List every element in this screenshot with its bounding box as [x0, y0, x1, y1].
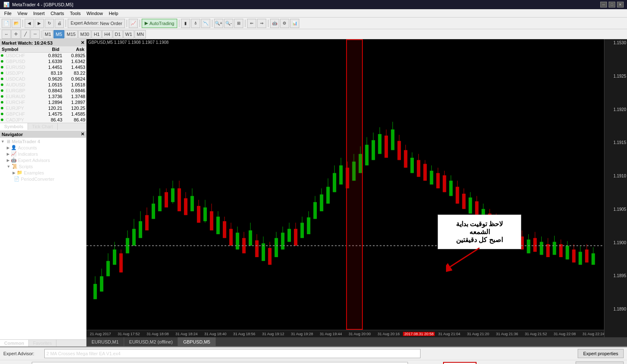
nav-item-indicators[interactable]: ▶ 📈 Indicators	[1, 151, 85, 157]
mw-close-icon[interactable]: ✕	[81, 40, 84, 46]
menu-insert[interactable]: Insert	[31, 10, 47, 16]
cursor-btn[interactable]: ↔	[2, 30, 11, 39]
time-6: 31 Aug 18:56	[230, 332, 259, 336]
menu-charts[interactable]: Charts	[48, 10, 66, 16]
time-4: 31 Aug 18:24	[172, 332, 201, 336]
symbol-properties-button[interactable]: Symbol properties	[576, 361, 624, 364]
symbol-row[interactable]: EURGBP 0.8843 0.8846	[0, 88, 86, 94]
autotrading-button[interactable]: ▶ AutoTrading	[142, 19, 177, 28]
tab-symbols[interactable]: Symbols	[0, 123, 28, 130]
open-btn[interactable]: 📂	[12, 19, 21, 28]
time-2: 31 Aug 17:52	[115, 332, 143, 336]
symbol-row[interactable]: EURJPY 120.21 120.25	[0, 105, 86, 111]
svg-rect-20	[152, 204, 155, 219]
chart-line-btn[interactable]: 📉	[201, 19, 210, 28]
symbol-dropdown[interactable]: GBPUSD, Great Britain Pound vs US Dollar	[32, 362, 408, 364]
svg-rect-26	[171, 188, 174, 202]
scroll-right-btn[interactable]: ⇒	[257, 19, 266, 28]
minimize-button[interactable]: ─	[600, 2, 607, 8]
period-dropdown[interactable]: M5 ⊕	[443, 362, 477, 364]
close-button[interactable]: ✕	[617, 2, 624, 8]
tf-h1[interactable]: H1	[92, 30, 102, 38]
indicators-btn[interactable]: 📈	[129, 19, 138, 28]
menu-window[interactable]: Window	[84, 10, 105, 16]
symbol-row[interactable]: CADJPY 86.43 86.49	[0, 117, 86, 123]
chart-top-info: GBPUSD,M5 1.1907 1.1908 1.1907 1.1908	[88, 40, 168, 45]
back-btn[interactable]: ◀	[25, 19, 34, 28]
time-8: 31 Aug 19:28	[288, 332, 316, 336]
tf-m5[interactable]: M5	[54, 30, 64, 38]
market-watch-header: Market Watch: 16:24:53 ✕	[0, 39, 86, 46]
line-btn[interactable]: ╱	[21, 30, 30, 39]
chart-tab-gbpusd-m5[interactable]: GBPUSD,M5	[178, 337, 216, 346]
tf-d1[interactable]: D1	[113, 30, 123, 38]
symbol-row[interactable]: GBPCHF 1.4575 1.4585	[0, 111, 86, 117]
grid-btn[interactable]: ⊞	[234, 19, 243, 28]
expert-properties-button[interactable]: Expert properties	[578, 349, 624, 358]
tf-m1[interactable]: M1	[43, 30, 53, 38]
nav-item-scripts[interactable]: ▼ 📜 Scripts	[1, 163, 85, 169]
time-13: 31 Aug 21:04	[435, 332, 464, 336]
tester-symbol-row: Symbol: GBPUSD, Great Britain Pound vs U…	[0, 360, 627, 364]
menu-view[interactable]: View	[15, 10, 30, 16]
crosshair-btn[interactable]: ✛	[11, 30, 20, 39]
tf-w1[interactable]: W1	[123, 30, 135, 38]
nav-item-accounts[interactable]: ▶ 👤 Accounts	[1, 144, 85, 151]
chart-tab-eurusd-m2[interactable]: EURUSD,M2 (offline)	[124, 337, 178, 346]
nav-close-icon[interactable]: ✕	[81, 131, 84, 137]
nav-tab-common[interactable]: Common	[0, 340, 29, 346]
restore-button[interactable]: □	[609, 2, 615, 8]
refresh-btn[interactable]: ↻	[45, 19, 54, 28]
symbol-row[interactable]: EURCHF 1.2894 1.2897	[0, 99, 86, 105]
expert-btn[interactable]: 🤖	[270, 19, 279, 28]
nav-item-expert-advisors[interactable]: ▶ 🤖 Expert Advisors	[1, 157, 85, 163]
tf-h4[interactable]: H4	[102, 30, 112, 38]
time-highlight-box	[346, 39, 363, 330]
forward-btn[interactable]: ▶	[35, 19, 44, 28]
symbol-row[interactable]: EURUSD 1.4451 1.4453	[0, 64, 86, 70]
tf-mn[interactable]: MN	[135, 30, 146, 38]
expert2-btn[interactable]: ⚙	[280, 19, 289, 28]
tf-m30[interactable]: M30	[78, 30, 91, 38]
svg-rect-74	[326, 187, 330, 203]
zoom-out-btn[interactable]: 🔍-	[224, 19, 233, 28]
nav-item-period-converter[interactable]: 📄 PeriodConverter	[1, 176, 85, 182]
symbol-row[interactable]: GBPUSD 1.6339 1.6342	[0, 58, 86, 64]
svg-rect-56	[268, 248, 271, 265]
symbol-bid: 1.3736	[39, 94, 62, 99]
svg-rect-24	[165, 192, 168, 207]
nav-tab-favorites[interactable]: Favorites	[29, 340, 56, 346]
ea-dropdown[interactable]: 2 MA Crosses Mega filter EA V1.ex4	[44, 349, 421, 358]
symbol-dot	[1, 72, 3, 74]
chart-tab-eurusd-m1[interactable]: EURUSD,M1	[87, 337, 124, 346]
symbol-bid: 0.9620	[39, 76, 62, 81]
new-btn[interactable]: 📄	[2, 19, 11, 28]
indicators2-btn[interactable]: 📊	[290, 19, 299, 28]
menu-file[interactable]: File	[2, 10, 14, 16]
tf-m15[interactable]: M15	[65, 30, 78, 38]
time-15: 31 Aug 21:36	[492, 332, 521, 336]
scroll-left-btn[interactable]: ⇐	[247, 19, 256, 28]
chart-bar-btn[interactable]: ▮	[181, 19, 190, 28]
symbol-row[interactable]: USDJPY 83.19 83.22	[0, 70, 86, 76]
nav-item-examples[interactable]: ▶ 📁 Examples	[1, 169, 85, 176]
symbol-row[interactable]: EURAUD 1.3736 1.3748	[0, 94, 86, 99]
hline-btn[interactable]: ─	[31, 30, 40, 39]
print-btn[interactable]: 🖨	[55, 19, 64, 28]
nav-item-root[interactable]: ▼ 🖥 MetaTrader 4	[1, 139, 85, 144]
symbol-dot	[1, 89, 3, 92]
svg-line-159	[450, 248, 479, 267]
menu-help[interactable]: Help	[106, 10, 121, 16]
chart-candle-btn[interactable]: 🕯	[191, 19, 200, 28]
new-order-button[interactable]: Expert Advisor: New Order	[68, 19, 125, 28]
symbol-dot	[1, 101, 3, 104]
symbol-row[interactable]: USDCHF 0.8921 0.8925	[0, 53, 86, 58]
tab-tick-chart[interactable]: Tick Chart	[28, 123, 58, 130]
zoom-in-btn[interactable]: 🔍+	[214, 19, 223, 28]
symbol-ask: 1.6342	[62, 59, 85, 64]
title-bar: 📊 MetaTrader 4 - [GBPUSD,M5] ─ □ ✕	[0, 0, 627, 9]
symbol-row[interactable]: USDCAD 0.9620 0.9624	[0, 76, 86, 82]
menu-tools[interactable]: Tools	[67, 10, 83, 16]
svg-rect-102	[417, 160, 420, 177]
symbol-row[interactable]: AUDUSD 1.0515 1.0518	[0, 82, 86, 88]
